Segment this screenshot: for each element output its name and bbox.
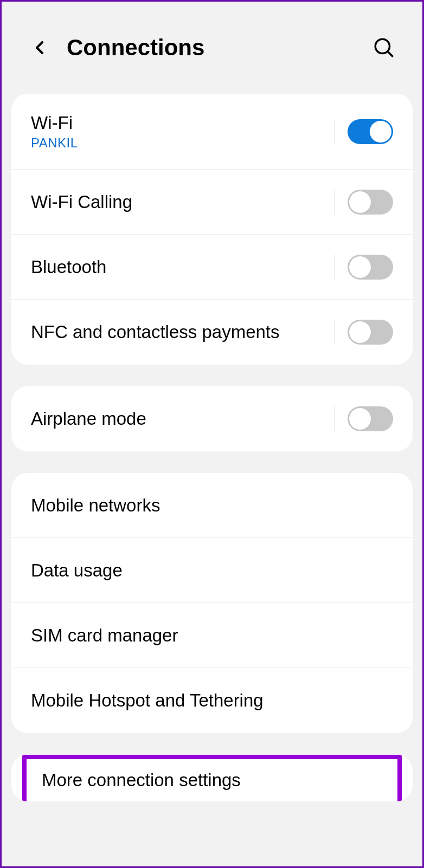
wifi-text: Wi-Fi PANKIL [31, 113, 334, 151]
bluetooth-text: Bluetooth [31, 257, 334, 277]
hotspot-title: Mobile Hotspot and Tethering [31, 690, 393, 711]
divider [334, 320, 335, 345]
data-usage-text: Data usage [31, 560, 393, 581]
sim-card-row[interactable]: SIM card manager [11, 603, 413, 668]
mobile-networks-row[interactable]: Mobile networks [11, 473, 413, 538]
connections-group-3: Mobile networks Data usage SIM card mana… [11, 473, 413, 733]
data-usage-row[interactable]: Data usage [11, 538, 413, 603]
bluetooth-title: Bluetooth [31, 257, 334, 277]
divider [334, 255, 335, 280]
data-usage-title: Data usage [31, 560, 393, 581]
airplane-text: Airplane mode [31, 409, 334, 429]
more-title: More connection settings [42, 770, 382, 791]
nfc-text: NFC and contactless payments [31, 322, 334, 342]
airplane-toggle[interactable] [348, 406, 393, 431]
search-icon[interactable] [372, 36, 395, 59]
nfc-toggle[interactable] [348, 320, 393, 345]
nfc-row[interactable]: NFC and contactless payments [11, 300, 413, 365]
wifi-calling-title: Wi-Fi Calling [31, 192, 334, 212]
bluetooth-row[interactable]: Bluetooth [11, 235, 413, 300]
page-title: Connections [67, 35, 372, 61]
header: Connections [2, 2, 422, 94]
connections-group-1: Wi-Fi PANKIL Wi-Fi Calling Bluetooth NFC… [11, 94, 413, 365]
back-icon[interactable] [29, 37, 50, 59]
wifi-calling-row[interactable]: Wi-Fi Calling [11, 170, 413, 235]
divider [334, 406, 335, 431]
airplane-title: Airplane mode [31, 409, 334, 429]
connections-group-2: Airplane mode [11, 386, 413, 451]
mobile-networks-text: Mobile networks [31, 495, 393, 516]
wifi-row[interactable]: Wi-Fi PANKIL [11, 94, 413, 170]
hotspot-row[interactable]: Mobile Hotspot and Tethering [11, 668, 413, 733]
mobile-networks-title: Mobile networks [31, 495, 393, 516]
more-connection-settings-row[interactable]: More connection settings [22, 755, 402, 801]
svg-line-1 [388, 51, 393, 56]
sim-card-text: SIM card manager [31, 625, 393, 646]
wifi-toggle[interactable] [348, 119, 393, 144]
wifi-title: Wi-Fi [31, 113, 334, 133]
connections-group-4: More connection settings [11, 755, 413, 801]
hotspot-text: Mobile Hotspot and Tethering [31, 690, 393, 711]
bluetooth-toggle[interactable] [348, 255, 393, 280]
wifi-network-name: PANKIL [31, 135, 334, 151]
airplane-mode-row[interactable]: Airplane mode [11, 386, 413, 451]
wifi-calling-toggle[interactable] [348, 190, 393, 215]
more-text: More connection settings [42, 770, 382, 791]
sim-card-title: SIM card manager [31, 625, 393, 646]
nfc-title: NFC and contactless payments [31, 322, 334, 342]
divider [334, 119, 335, 144]
wifi-calling-text: Wi-Fi Calling [31, 192, 334, 212]
divider [334, 190, 335, 215]
